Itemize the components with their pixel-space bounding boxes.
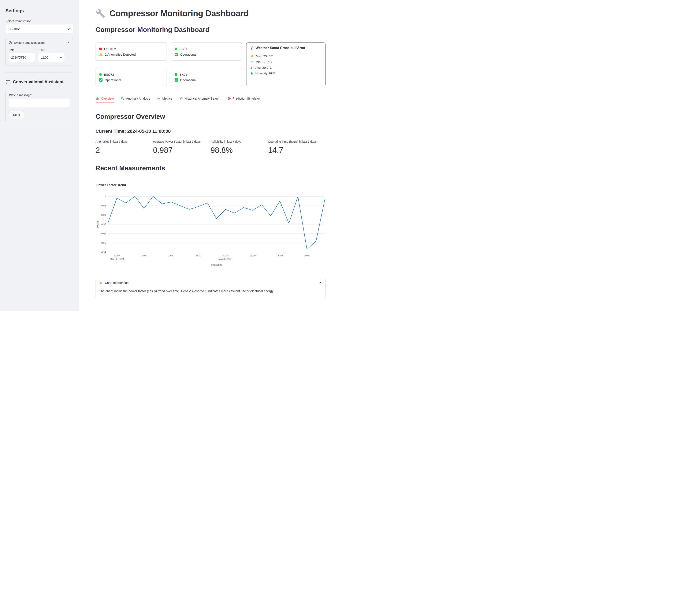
- hour-select-value: 11:00: [41, 56, 48, 59]
- svg-text:0.95: 0.95: [101, 242, 106, 244]
- metric-anomalies: Anomalies in last 7 days 2: [95, 140, 153, 155]
- compressor-name: CSD102: [104, 47, 116, 51]
- message-card: Write a message: Send: [5, 90, 73, 123]
- overview-section-title: Compressor Overview: [95, 113, 325, 121]
- weather-min: Min: 17.0°C: [250, 59, 321, 65]
- tab-label: Overview: [101, 97, 114, 100]
- tab-label: Prediction Simulator: [232, 97, 260, 100]
- snowflake-icon: [250, 60, 254, 64]
- hour-field: Hour 11:00: [38, 48, 64, 62]
- speech-bubble-icon: [5, 79, 10, 84]
- status-card-bsd72: BSD72 Operational: [95, 68, 167, 86]
- metric-operating-time: Operating Time (hours) in last 7 days 14…: [268, 140, 325, 155]
- chevron-down-icon: [59, 56, 62, 59]
- status-card-bs61: BS61 Operational: [171, 42, 242, 61]
- sidebar-divider: [5, 72, 73, 73]
- svg-text:12:00: 12:00: [114, 254, 120, 257]
- time-simulation-body: Date Hour 11:00: [6, 47, 73, 65]
- date-field: Date: [9, 48, 35, 62]
- time-simulation-expander-header[interactable]: System time simulation: [6, 38, 73, 47]
- weather-card: Weather Santa Croce sull'Arno Max: 23.0°…: [246, 42, 325, 86]
- compressor-name: BS61: [180, 47, 187, 51]
- status-column-1: CSD102 2 Anomalies Detected BSD72: [95, 42, 167, 86]
- chevron-up-icon: [319, 281, 322, 284]
- weather-humidity: Humidity: 89%: [250, 70, 321, 76]
- date-input[interactable]: [9, 53, 35, 62]
- status-dot-red-icon: [99, 47, 102, 50]
- metric-label: Anomalies in last 7 days: [95, 140, 153, 143]
- chevron-up-icon: [67, 41, 70, 44]
- chevron-down-icon: [67, 27, 70, 31]
- sidebar-bottom-divider: [8, 130, 46, 130]
- tab-bar: Overview Anomaly Analysis Metrics Histor…: [95, 95, 325, 103]
- tab-overview[interactable]: Overview: [95, 95, 114, 103]
- sidebar: Settings Select Compressor CSD102 System…: [0, 0, 79, 311]
- metric-label: Operating Time (hours) in last 7 days: [268, 140, 325, 143]
- date-label: Date: [9, 48, 35, 51]
- status-cards-row: CSD102 2 Anomalies Detected BSD72: [95, 42, 325, 86]
- metric-label: Average Power Factor in last 7 days: [153, 140, 211, 143]
- app-title: Compressor Monitoring Dashboard: [95, 8, 325, 18]
- thermometer-icon: [250, 66, 253, 69]
- select-compressor-label: Select Compressor: [5, 19, 73, 23]
- svg-text:1: 1: [104, 195, 106, 198]
- metric-reliability: Reliability in last 7 days 98.8%: [211, 140, 268, 155]
- chart-info-text: The chart shows the power factor (cos φ)…: [96, 287, 325, 298]
- power-factor-line-chart: 10.990.980.970.960.950.9412:00May 29, 20…: [95, 193, 326, 267]
- chart-title: Power Factor Trend: [96, 183, 325, 187]
- message-input[interactable]: [9, 98, 69, 107]
- clock-icon: [9, 41, 12, 44]
- svg-text:0.96: 0.96: [101, 232, 106, 235]
- svg-text:09:00: 09:00: [304, 254, 310, 257]
- compressor-status: Operational: [180, 78, 197, 82]
- tab-label: Metrics: [162, 97, 172, 100]
- time-simulation-title: System time simulation: [14, 41, 45, 44]
- warning-icon: [99, 53, 103, 56]
- tab-anomaly-analysis[interactable]: Anomaly Analysis: [121, 95, 151, 103]
- app-title-text: Compressor Monitoring Dashboard: [109, 9, 249, 18]
- current-time: Current Time: 2024-05-30 11:00:00: [95, 129, 325, 134]
- status-card-sk21: SK21 Operational: [171, 68, 242, 86]
- weather-avg-text: Avg: 20.0°C: [255, 66, 272, 69]
- compressor-select[interactable]: CSD102: [5, 24, 73, 33]
- wrench-icon: [95, 8, 105, 18]
- weather-title-text: Weather Santa Croce sull'Arno: [255, 46, 305, 50]
- droplet-icon: [250, 71, 253, 75]
- svg-text:May 29, 2024: May 29, 2024: [110, 258, 124, 260]
- svg-text:timestamp: timestamp: [211, 263, 222, 266]
- tab-metrics[interactable]: Metrics: [157, 95, 173, 103]
- sidebar-title: Settings: [5, 8, 73, 14]
- chart-info-expander-header[interactable]: Chart Information: [96, 278, 325, 287]
- check-icon: [99, 78, 102, 81]
- svg-text:18:00: 18:00: [168, 254, 174, 257]
- status-dot-green-icon: [175, 47, 177, 50]
- hour-label: Hour: [38, 48, 64, 51]
- page-subtitle: Compressor Monitoring Dashboard: [95, 26, 325, 34]
- compressor-select-value: CSD102: [8, 27, 20, 31]
- compressor-name: BSD72: [104, 73, 114, 76]
- time-simulation-expander: System time simulation Date Hour 11:00: [5, 38, 73, 66]
- tab-prediction-simulator[interactable]: Prediction Simulator: [227, 95, 260, 103]
- send-button[interactable]: Send: [9, 111, 24, 119]
- svg-text:06:00: 06:00: [277, 254, 283, 257]
- message-label: Write a message:: [9, 93, 69, 97]
- bar-chart-icon: [96, 97, 99, 100]
- metric-value: 0.987: [153, 146, 211, 155]
- power-factor-chart-block: Power Factor Trend 10.990.980.970.960.95…: [95, 183, 325, 267]
- svg-text:15:00: 15:00: [141, 254, 147, 257]
- compressor-status: Operational: [180, 53, 197, 56]
- status-column-2: BS61 Operational SK21: [171, 42, 242, 86]
- hour-select[interactable]: 11:00: [38, 53, 64, 62]
- tab-historical-anomaly-search[interactable]: Historical Anomaly Search: [179, 95, 221, 103]
- status-dot-green-icon: [175, 73, 177, 76]
- metric-label: Reliability in last 7 days: [211, 140, 268, 143]
- assistant-title: Conversational Assistant: [5, 79, 73, 84]
- weather-avg: Avg: 20.0°C: [250, 65, 321, 70]
- sun-icon: [250, 54, 254, 58]
- svg-text:0.94: 0.94: [101, 251, 106, 253]
- weather-max-text: Max: 23.0°C: [256, 54, 273, 58]
- svg-text:0.98: 0.98: [101, 214, 106, 216]
- metric-value: 98.8%: [211, 146, 268, 155]
- weather-max: Max: 23.0°C: [250, 53, 321, 59]
- metric-value: 14.7: [268, 146, 325, 155]
